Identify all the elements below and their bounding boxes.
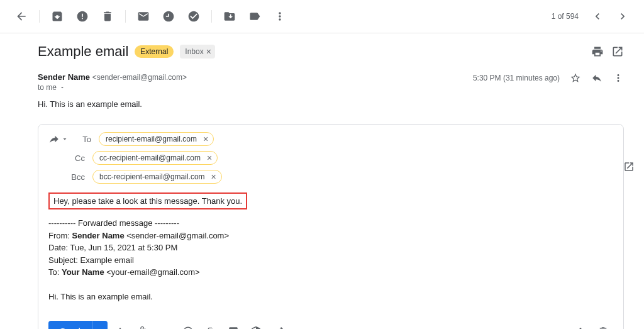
- print-button[interactable]: [591, 45, 604, 58]
- send-button[interactable]: Send: [48, 321, 108, 330]
- message-toolbar: 1 of 594: [0, 0, 644, 33]
- labels-button[interactable]: [243, 5, 266, 28]
- thread-count: 1 of 594: [552, 12, 579, 21]
- compose-box: To recipient-email@gmail.com × Cc cc-rec…: [38, 124, 624, 329]
- mark-unread-button[interactable]: [132, 5, 155, 28]
- reply-type-dropdown[interactable]: [61, 135, 69, 143]
- compose-footer: Send: [48, 321, 613, 330]
- timestamp: 5:30 PM (31 minutes ago): [473, 74, 560, 82]
- fwd-body-text: Hi. This is an example email.: [48, 291, 613, 303]
- fwd-to-name: Your Name: [62, 267, 104, 277]
- move-to-button[interactable]: [218, 5, 241, 28]
- cc-recipient-chip[interactable]: cc-recipient-email@gmail.com ×: [92, 151, 218, 165]
- send-more-options[interactable]: [92, 321, 108, 330]
- insert-emoji-button[interactable]: [178, 321, 198, 330]
- insert-photo-button[interactable]: [223, 321, 243, 330]
- fwd-from-name: Sender Name: [72, 231, 125, 240]
- insert-link-button[interactable]: [155, 321, 175, 330]
- archive-button[interactable]: [46, 5, 69, 28]
- fwd-from-label: From:: [48, 231, 72, 240]
- bcc-recipient-chip[interactable]: bcc-recipient-email@gmail.com ×: [92, 170, 222, 184]
- discard-draft-button[interactable]: [593, 321, 613, 330]
- attach-button[interactable]: [133, 321, 153, 330]
- chevron-down-icon: [59, 84, 65, 91]
- to-recipient-text: recipient-email@gmail.com: [106, 135, 197, 143]
- inbox-chip-remove[interactable]: ×: [205, 47, 213, 57]
- sender-email: <sender-email@gmail.com>: [92, 73, 187, 82]
- bcc-recipient-remove[interactable]: ×: [209, 172, 219, 182]
- external-chip: External: [135, 45, 174, 58]
- star-button[interactable]: [570, 72, 581, 84]
- to-recipient-remove[interactable]: ×: [201, 134, 211, 144]
- add-to-tasks-button[interactable]: [182, 5, 205, 28]
- to-details-toggle[interactable]: to me: [38, 83, 473, 92]
- compose-note[interactable]: Hey, please take a look at this message.…: [48, 192, 247, 209]
- fwd-to-email: <your-email@gmail.com>: [104, 267, 200, 277]
- insert-drive-button[interactable]: [201, 321, 221, 330]
- snooze-button[interactable]: [157, 5, 180, 28]
- send-label[interactable]: Send: [48, 321, 92, 330]
- sender-name: Sender Name: [38, 72, 90, 82]
- to-line-text: to me: [38, 83, 57, 92]
- prev-button[interactable]: [586, 5, 609, 28]
- bcc-recipient-text: bcc-recipient-email@gmail.com: [99, 172, 205, 181]
- cc-recipient-remove[interactable]: ×: [204, 153, 214, 163]
- bcc-label: Bcc: [70, 172, 85, 182]
- fwd-to-label: To:: [48, 267, 62, 277]
- confidential-mode-button[interactable]: [246, 321, 266, 330]
- spam-button[interactable]: [71, 5, 94, 28]
- separator: [39, 10, 40, 23]
- separator: [211, 10, 212, 23]
- open-new-window-button[interactable]: [611, 45, 624, 58]
- compose-more-button[interactable]: [570, 321, 591, 330]
- cc-recipient-text: cc-recipient-email@gmail.com: [99, 153, 201, 162]
- subject-text: Example email: [38, 43, 128, 60]
- inbox-chip-label: Inbox: [185, 47, 203, 56]
- message-body: Hi. This is an example email.: [38, 99, 624, 109]
- back-button[interactable]: [10, 5, 33, 28]
- fwd-from-email: <sender-email@gmail.com>: [125, 231, 229, 240]
- popout-compose-button[interactable]: [623, 161, 635, 174]
- message-more-button[interactable]: [613, 72, 624, 84]
- subject-row: Example email External Inbox ×: [38, 43, 624, 60]
- fwd-date: Date: Tue, Jun 15, 2021 at 5:30 PM: [48, 242, 613, 254]
- separator: [125, 10, 126, 23]
- formatting-button[interactable]: [110, 321, 130, 330]
- next-button[interactable]: [611, 5, 634, 28]
- reply-button[interactable]: [591, 72, 602, 84]
- inbox-chip[interactable]: Inbox ×: [180, 45, 215, 59]
- cc-label: Cc: [70, 153, 85, 163]
- insert-signature-button[interactable]: [269, 321, 289, 330]
- to-recipient-chip[interactable]: recipient-email@gmail.com ×: [99, 132, 214, 146]
- forward-icon[interactable]: [48, 133, 60, 145]
- forwarded-content[interactable]: ---------- Forwarded message --------- F…: [48, 217, 613, 303]
- fwd-header: ---------- Forwarded message ---------: [48, 217, 613, 230]
- to-label: To: [76, 135, 91, 144]
- message-header: Sender Name <sender-email@gmail.com> to …: [38, 72, 624, 92]
- more-button[interactable]: [269, 5, 291, 28]
- delete-button[interactable]: [96, 5, 119, 28]
- fwd-subject: Subject: Example email: [48, 254, 613, 267]
